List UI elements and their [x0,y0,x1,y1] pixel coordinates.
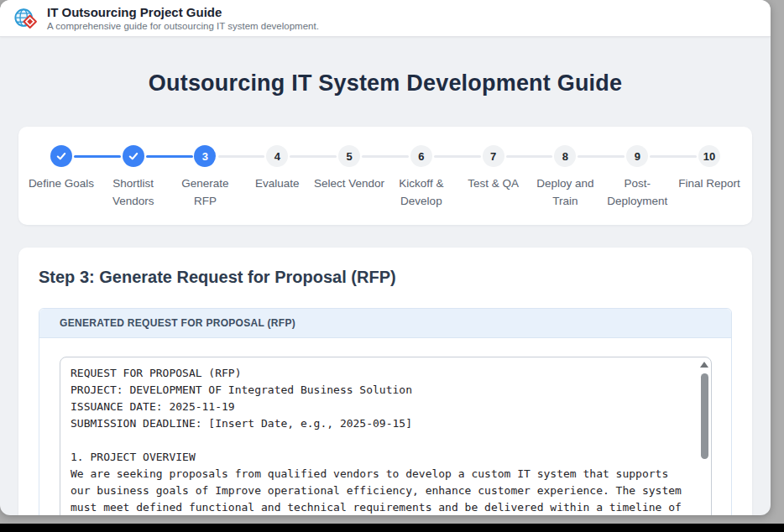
app-subtitle: A comprehensive guide for outsourcing IT… [47,20,319,32]
step-circle: 9 [626,145,648,167]
step-number: 9 [635,150,640,163]
step-number: 10 [703,150,715,163]
step-circle: 2 [123,145,144,167]
step-number: 6 [418,150,424,163]
rfp-panel-body: REQUEST FOR PROPOSAL (RFP) PROJECT: DEVE… [39,338,731,515]
check-icon [128,150,139,162]
step-circle: 5 [338,145,360,167]
step-label: Deploy and Train [530,175,602,210]
scrollbar-thumb[interactable] [701,373,708,459]
step-label: Post-Deployment [601,175,673,210]
stepper-card: 1 Define Goals 2 Shortlist Vendors 3 [18,127,752,225]
rfp-panel-header: GENERATED REQUEST FOR PROPOSAL (RFP) [39,309,731,338]
app-title: IT Outsourcing Project Guide [47,5,319,20]
step-label: Evaluate [255,175,300,192]
step-number: 5 [346,150,352,163]
check-icon [55,150,67,162]
step-label: Final Report [678,175,740,192]
step-circle: 10 [698,145,720,167]
page-title: Outsourcing IT System Development Guide [0,70,771,96]
step-circle: 7 [483,145,504,167]
step-heading: Step 3: Generate Request for Proposal (R… [39,268,732,287]
step-label: Select Vendor [314,175,384,192]
screen-bottom-strip [0,524,784,532]
step-label: Generate RFP [170,175,242,210]
step-content-card: Step 3: Generate Request for Proposal (R… [18,248,752,515]
step-circle: 3 [194,145,216,167]
rfp-panel: GENERATED REQUEST FOR PROPOSAL (RFP) REQ… [39,308,732,515]
step-label: Test & QA [468,175,519,192]
step-circle: 8 [554,145,576,167]
step-label: Define Goals [29,175,94,192]
app-window: IT Outsourcing Project Guide A comprehen… [0,0,771,515]
rfp-textarea[interactable]: REQUEST FOR PROPOSAL (RFP) PROJECT: DEVE… [60,357,712,515]
step-label: Kickoff & Develop [385,175,457,210]
stepper: 1 Define Goals 2 Shortlist Vendors 3 [25,145,745,210]
stepper-step-10[interactable]: 10 Final Report [673,145,745,210]
step-circle: 6 [410,145,432,167]
step-number: 8 [562,150,568,163]
step-number: 4 [274,150,280,163]
app-logo-icon [13,6,39,31]
step-number: 7 [490,150,496,163]
scroll-up-icon[interactable] [700,362,708,368]
step-circle: 4 [266,145,288,167]
step-number: 3 [202,150,208,163]
step-circle: 1 [50,145,72,167]
app-header: IT Outsourcing Project Guide A comprehen… [0,0,771,37]
step-label: Shortlist Vendors [97,175,170,210]
